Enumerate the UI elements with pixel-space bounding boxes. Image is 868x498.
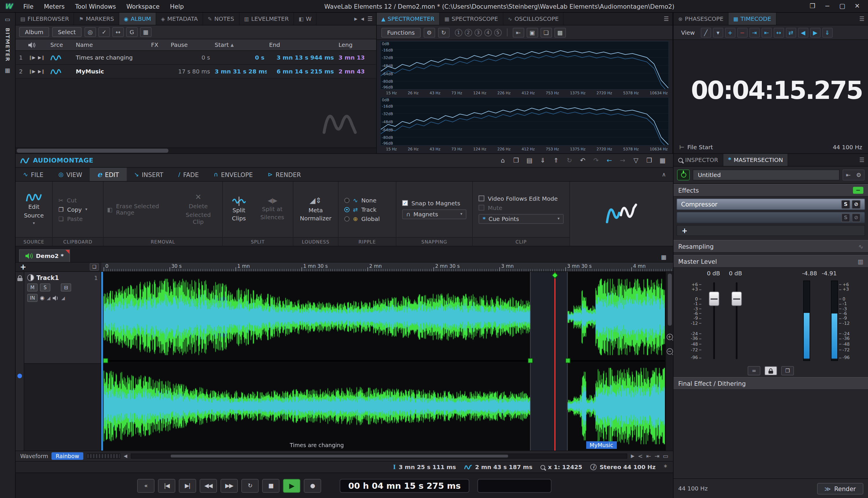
- final-effect-section-header[interactable]: Final Effect / Dithering: [674, 377, 868, 390]
- view-end-icon[interactable]: ⇥: [655, 453, 659, 459]
- magnets-dropdown[interactable]: ∩Magnets▾: [402, 209, 466, 219]
- float-window-button[interactable]: ❒: [644, 156, 655, 166]
- grid-icon[interactable]: ▦: [3, 66, 12, 74]
- maximize-button[interactable]: ▢: [839, 2, 845, 10]
- meta-normalizer-button[interactable]: ◢⇕ MetaNormalizer: [297, 195, 335, 224]
- empty-bypass-icon[interactable]: ⊘: [852, 213, 860, 222]
- regenerate-button[interactable]: G: [126, 27, 138, 37]
- ribbon-tab-file[interactable]: ∿FILE: [16, 168, 51, 181]
- autoplay-mode-button[interactable]: ◎: [85, 27, 96, 37]
- document-tab-demo2[interactable]: Demo2 *: [19, 249, 70, 262]
- render-button[interactable]: ≫ Render: [817, 483, 863, 494]
- resampling-section-header[interactable]: Resampling ∿: [674, 240, 868, 253]
- track-stereo-toggle[interactable]: [27, 274, 34, 281]
- solo-button[interactable]: S: [40, 284, 50, 291]
- album-menu-button[interactable]: Album: [19, 27, 49, 37]
- copy-button[interactable]: ❐Copy▾: [59, 206, 97, 212]
- tab-filebrowser[interactable]: ▤FILEBROWSER: [16, 13, 74, 25]
- header-fx[interactable]: FX: [149, 42, 168, 48]
- drop-marker-icon[interactable]: ▾: [713, 27, 723, 37]
- sync-button[interactable]: ↻: [563, 156, 575, 166]
- compressor-bypass-icon[interactable]: ⊘: [852, 200, 860, 209]
- panel-menu-icon[interactable]: ☰: [664, 16, 669, 22]
- tab-markers[interactable]: ⚑MARKERS: [74, 13, 119, 25]
- cue-points-dropdown[interactable]: *Cue Points▾: [479, 214, 563, 224]
- album-table-row[interactable]: 2‖▶ ▶‖MyMusic17 s 80 ms3 mn 31 s 28 ms6 …: [16, 65, 376, 79]
- tab-spectrometer[interactable]: ▲SPECTROMETER: [377, 13, 440, 25]
- prev-marker-button[interactable]: «: [137, 479, 155, 493]
- delete-marker-button[interactable]: −: [737, 27, 747, 37]
- tab-album[interactable]: ◉ALBUM: [119, 13, 156, 25]
- master-level-section-header[interactable]: Master Level ▥: [674, 255, 868, 268]
- ribbon-tab-view[interactable]: ◎VIEW: [51, 168, 90, 181]
- close-button[interactable]: ✕: [855, 2, 860, 10]
- header-leng[interactable]: Leng: [336, 42, 376, 48]
- menu-item-tool-windows[interactable]: Tool Windows: [70, 3, 121, 10]
- export-spectrum-button[interactable]: ⇤: [513, 27, 524, 37]
- tab-spectroscope[interactable]: ▦SPECTROSCOPE: [440, 13, 503, 25]
- new-window-button[interactable]: ❐: [510, 156, 522, 166]
- grid-button[interactable]: ▦: [140, 27, 152, 37]
- line-tool-icon[interactable]: ╱: [700, 27, 711, 37]
- panel-menu-icon[interactable]: ☰: [367, 16, 373, 22]
- split-at-silences-button[interactable]: ◀|▶ Split atSilences: [257, 196, 288, 223]
- fullscreen-button[interactable]: ❐: [810, 2, 816, 10]
- preset-1-button[interactable]: 1: [455, 29, 462, 36]
- minimize-button[interactable]: −: [825, 2, 830, 10]
- album-hscrollbar[interactable]: [16, 147, 376, 153]
- undo-button[interactable]: ↶: [577, 156, 588, 166]
- export-button[interactable]: ⇑: [550, 156, 562, 166]
- filter-button[interactable]: ▽: [630, 156, 642, 166]
- tab-metadata[interactable]: ◈METADATA: [156, 13, 203, 25]
- paste-button[interactable]: ❏Paste: [59, 215, 97, 222]
- track-vscrollbar[interactable]: + −: [665, 272, 673, 450]
- master-gear-icon[interactable]: ⚙: [854, 170, 864, 180]
- next-marker-icon[interactable]: ▶: [810, 27, 820, 37]
- prev-marker-icon[interactable]: ◀: [798, 27, 808, 37]
- mirror-faders-icon[interactable]: ❐: [781, 366, 794, 375]
- ribbon-tab-envelope[interactable]: ∩ENVELOPE: [206, 168, 260, 181]
- master-fader-left[interactable]: [709, 280, 719, 361]
- compressor-solo-button[interactable]: S: [841, 200, 850, 209]
- loop-button[interactable]: ↻: [241, 479, 259, 493]
- refresh-icon[interactable]: ↻: [438, 27, 450, 37]
- lock-icon[interactable]: [17, 275, 22, 281]
- effect-slot-empty[interactable]: S ⊘: [676, 212, 865, 223]
- tab-levelmeter[interactable]: ▥LEVELMETER: [239, 13, 294, 25]
- master-preset-field[interactable]: Untitled: [693, 169, 840, 181]
- pregap-button[interactable]: ↔: [112, 27, 124, 37]
- add-marker-button[interactable]: +: [725, 27, 735, 37]
- tab-w[interactable]: ◧W: [294, 13, 317, 25]
- gear-icon[interactable]: ⚙: [424, 27, 435, 37]
- track-layout-icon[interactable]: ❏: [90, 263, 99, 271]
- ribbon-tab-render[interactable]: ⊳RENDER: [260, 168, 308, 181]
- snapshot-button[interactable]: ▣: [527, 27, 538, 37]
- header-start[interactable]: Start▲: [212, 42, 267, 48]
- preset-3-button[interactable]: 3: [475, 29, 482, 36]
- mute-button[interactable]: M: [27, 284, 38, 291]
- timeline-hscrollbar[interactable]: [131, 454, 627, 459]
- spread-markers-icon[interactable]: ↔: [773, 27, 784, 37]
- screen-icon[interactable]: ▭: [663, 453, 668, 459]
- record-arm-icon[interactable]: ◉: [40, 295, 44, 301]
- rewind-button[interactable]: ◀◀: [200, 479, 217, 493]
- snap-right-icon[interactable]: ⇤: [761, 27, 772, 37]
- cut-button[interactable]: ✂Cut: [59, 197, 97, 203]
- menu-item-file[interactable]: File: [18, 3, 39, 10]
- reset-chain-icon[interactable]: ⇤: [843, 170, 854, 180]
- save-button[interactable]: ⇓: [537, 156, 548, 166]
- scroll-left-icon[interactable]: ◀: [124, 454, 127, 459]
- rainbow-mode-button[interactable]: Rainbow: [52, 452, 83, 460]
- effects-section-header[interactable]: Effects −: [674, 184, 868, 197]
- snap-left-icon[interactable]: ⇥: [749, 27, 760, 37]
- stop-button[interactable]: ■: [262, 479, 280, 493]
- tabs-scroll-right-icon[interactable]: ▶: [354, 16, 358, 21]
- ripple-track-radio[interactable]: ⇄Track: [344, 206, 390, 212]
- track-focus-indicator[interactable]: [17, 374, 22, 378]
- zoom-out-icon[interactable]: −: [666, 348, 673, 355]
- header-name[interactable]: Name: [74, 42, 149, 48]
- clip-label-times-are-changing[interactable]: Times are changing: [290, 442, 344, 448]
- import-markers-icon[interactable]: ⇓: [822, 27, 832, 37]
- master-power-button[interactable]: [677, 169, 690, 181]
- track-name[interactable]: Track1: [37, 274, 59, 281]
